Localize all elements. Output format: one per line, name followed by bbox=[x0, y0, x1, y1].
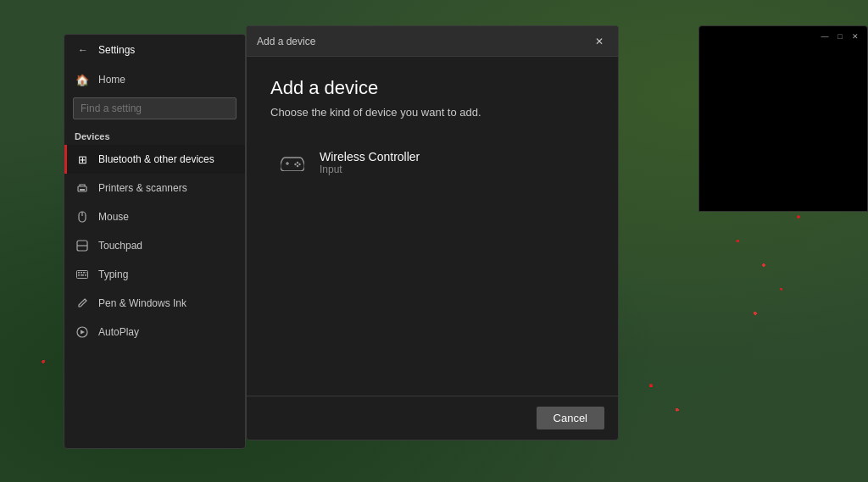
autoplay-label: AutoPlay bbox=[98, 326, 139, 338]
add-device-dialog: Add a device ✕ Add a device Choose the k… bbox=[246, 25, 619, 440]
sidebar-item-autoplay[interactable]: AutoPlay bbox=[64, 318, 245, 346]
printers-icon bbox=[75, 180, 90, 196]
touchpad-icon bbox=[75, 238, 90, 253]
settings-title: Settings bbox=[98, 44, 135, 56]
sidebar-item-touchpad[interactable]: Touchpad bbox=[64, 231, 245, 260]
sidebar-item-pen[interactable]: Pen & Windows Ink bbox=[64, 289, 245, 318]
back-button[interactable]: ← bbox=[75, 42, 92, 58]
settings-window: ← Settings 🏠 Home Devices ⊞ Bluetooth & … bbox=[64, 34, 246, 449]
sidebar-item-typing[interactable]: Typing bbox=[64, 260, 245, 289]
pen-label: Pen & Windows Ink bbox=[98, 297, 186, 309]
home-label: Home bbox=[98, 74, 125, 86]
device-type: Input bbox=[320, 163, 420, 175]
device-name: Wireless Controller bbox=[320, 150, 420, 163]
device-info: Wireless Controller Input bbox=[320, 150, 420, 175]
svg-rect-13 bbox=[85, 274, 86, 276]
minimize-button[interactable]: — bbox=[820, 31, 830, 42]
dialog-titlebar: Add a device ✕ bbox=[247, 26, 618, 57]
printers-label: Printers & scanners bbox=[98, 182, 187, 194]
cancel-button[interactable]: Cancel bbox=[537, 407, 604, 429]
bluetooth-label: Bluetooth & other devices bbox=[98, 153, 214, 165]
svg-point-19 bbox=[294, 163, 296, 165]
svg-rect-10 bbox=[86, 272, 86, 274]
svg-point-20 bbox=[297, 165, 298, 167]
mouse-label: Mouse bbox=[98, 211, 129, 223]
mouse-icon bbox=[75, 209, 90, 224]
desktop: — □ ✕ ← Settings 🏠 Home Devices ⊞ Blueto… bbox=[0, 0, 868, 482]
svg-rect-9 bbox=[83, 272, 85, 274]
svg-rect-11 bbox=[78, 274, 80, 276]
dialog-heading: Add a device bbox=[270, 77, 594, 99]
search-input[interactable] bbox=[73, 97, 236, 119]
sidebar-item-mouse[interactable]: Mouse bbox=[64, 202, 245, 231]
sidebar-item-printers[interactable]: Printers & scanners bbox=[64, 174, 245, 202]
bluetooth-icon: ⊞ bbox=[75, 152, 90, 167]
device-option-wireless-controller[interactable]: Wireless Controller Input bbox=[270, 139, 594, 186]
restore-button[interactable]: □ bbox=[835, 31, 845, 42]
dialog-content: Add a device Choose the kind of device y… bbox=[247, 57, 618, 396]
nav-section-label: Devices bbox=[64, 126, 245, 145]
dialog-footer: Cancel bbox=[247, 396, 618, 440]
settings-nav: Devices ⊞ Bluetooth & other devices Prin… bbox=[64, 126, 245, 448]
dialog-close-button[interactable]: ✕ bbox=[591, 33, 608, 50]
typing-label: Typing bbox=[98, 269, 128, 280]
svg-point-17 bbox=[297, 162, 298, 163]
sidebar-item-bluetooth[interactable]: ⊞ Bluetooth & other devices bbox=[64, 145, 245, 174]
touchpad-label: Touchpad bbox=[98, 240, 142, 252]
background-app-titlebar: — □ ✕ bbox=[699, 26, 867, 47]
svg-rect-12 bbox=[81, 274, 84, 276]
pen-icon bbox=[75, 296, 90, 311]
svg-point-18 bbox=[298, 163, 300, 165]
wireless-controller-icon bbox=[277, 147, 308, 178]
svg-rect-1 bbox=[80, 189, 85, 191]
typing-icon bbox=[75, 267, 90, 282]
dialog-subtitle: Choose the kind of device you want to ad… bbox=[270, 106, 594, 119]
dialog-title: Add a device bbox=[257, 36, 315, 47]
svg-rect-8 bbox=[81, 272, 82, 274]
home-icon: 🏠 bbox=[75, 72, 90, 87]
svg-rect-7 bbox=[78, 272, 80, 274]
settings-titlebar: ← Settings bbox=[64, 35, 245, 65]
background-app-window: — □ ✕ bbox=[698, 25, 868, 212]
close-button[interactable]: ✕ bbox=[850, 31, 860, 42]
autoplay-icon bbox=[75, 324, 90, 340]
sidebar-item-home[interactable]: 🏠 Home bbox=[64, 65, 245, 94]
